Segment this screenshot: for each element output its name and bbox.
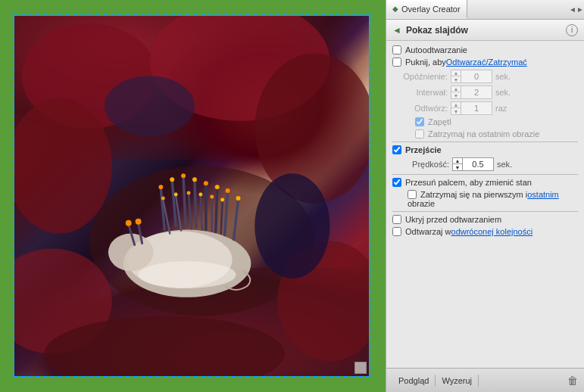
- info-button[interactable]: i: [566, 24, 578, 36]
- nudibranch-illustration: [14, 16, 369, 376]
- interval-spinner[interactable]: ▲ ▼ 2: [451, 86, 492, 99]
- svg-point-34: [186, 191, 190, 195]
- speed-spinner[interactable]: ▲ ▼ 0.5: [452, 157, 494, 171]
- svg-point-9: [255, 173, 329, 278]
- speed-value[interactable]: 0.5: [463, 160, 493, 169]
- svg-point-38: [210, 195, 214, 199]
- svg-point-8: [104, 76, 194, 135]
- stop-on-first-label-highlight: ostatnim: [527, 190, 559, 199]
- tap-to-play-row: Puknij, aby Odtwarzać/Zatrzymać: [392, 58, 578, 67]
- svg-point-26: [225, 188, 230, 193]
- repeat-label: Odtwórz:: [398, 104, 448, 113]
- delay-value[interactable]: 0: [461, 72, 492, 81]
- reverse-play-label-prefix: Odtwarzaj w: [405, 227, 451, 236]
- delay-label: Opóźnienie:: [398, 72, 448, 81]
- delay-increment[interactable]: ▲: [451, 70, 461, 76]
- autoplay-label: Autoodtwarzanie: [405, 45, 467, 54]
- swipe-checkbox[interactable]: [392, 178, 401, 187]
- delay-spinner-arrows[interactable]: ▲ ▼: [451, 70, 461, 82]
- delay-decrement[interactable]: ▼: [451, 76, 461, 82]
- interval-value[interactable]: 2: [461, 88, 492, 97]
- speed-increment[interactable]: ▲: [453, 158, 462, 164]
- main-image: [14, 16, 369, 376]
- svg-line-19: [194, 181, 195, 227]
- speed-label: Prędkość:: [408, 160, 449, 169]
- reset-tab[interactable]: Wyzeruj: [436, 375, 479, 387]
- interval-label: Interwał:: [398, 88, 448, 97]
- interval-decrement[interactable]: ▼: [451, 92, 461, 98]
- repeat-spinner[interactable]: ▲ ▼ 1: [451, 101, 492, 115]
- transition-checkbox[interactable]: [392, 145, 401, 154]
- svg-point-42: [125, 220, 131, 226]
- stop-on-first-label-prefix: Zatrzymaj się na pierwszym i: [420, 190, 527, 199]
- panel-footer: Podgląd Wyzeruj 🗑: [386, 368, 584, 392]
- autoplay-row: Autoodtwarzanie: [392, 45, 578, 54]
- stop-on-last-row: Zatrzymaj na ostatnim obrazie: [392, 129, 578, 138]
- swipe-row: Przesuń palcem, aby zmienić stan: [392, 178, 578, 187]
- panel-header: ◆ Overlay Creator ◄►: [386, 0, 584, 20]
- transition-label: Przejście: [405, 145, 442, 154]
- repeat-spinner-arrows[interactable]: ▲ ▼: [451, 102, 461, 114]
- svg-point-45: [138, 261, 236, 288]
- repeat-increment[interactable]: ▲: [451, 102, 461, 108]
- svg-point-40: [220, 198, 224, 201]
- stop-on-last-checkbox[interactable]: [415, 129, 424, 138]
- reverse-play-row: Odtwarzaj w odwróconej kolejności: [392, 227, 578, 236]
- image-container[interactable]: [13, 14, 370, 378]
- stop-on-last-label: Zatrzymaj na ostatnim obrazie: [428, 129, 539, 138]
- interval-spinner-arrows[interactable]: ▲ ▼: [451, 86, 461, 98]
- overlay-creator-tab[interactable]: ◆ Overlay Creator: [386, 0, 467, 19]
- canvas-area: [0, 0, 383, 392]
- speed-row: Prędkość: ▲ ▼ 0.5 sek.: [392, 157, 578, 171]
- repeat-row: Odtwórz: ▲ ▼ 1 raz: [392, 101, 578, 115]
- svg-point-12: [108, 234, 152, 272]
- svg-point-32: [173, 193, 177, 197]
- hide-during-play-checkbox[interactable]: [392, 215, 401, 224]
- svg-point-28: [236, 196, 240, 201]
- divider-3: [392, 211, 578, 212]
- loop-label: Zapętl: [428, 117, 451, 126]
- info-icon: i: [571, 26, 573, 34]
- overlay-creator-tab-label: Overlay Creator: [401, 5, 461, 14]
- svg-line-23: [215, 188, 217, 232]
- interval-unit: sek.: [495, 88, 511, 97]
- reverse-play-label-highlight: odwróconej kolejności: [451, 227, 533, 236]
- overlay-creator-icon: ◆: [392, 5, 398, 13]
- interval-row: Interwał: ▲ ▼ 2 sek.: [392, 86, 578, 99]
- delay-spinner[interactable]: ▲ ▼ 0: [451, 70, 492, 83]
- trash-button[interactable]: 🗑: [567, 375, 578, 387]
- reverse-play-checkbox[interactable]: [392, 227, 401, 236]
- resize-handle[interactable]: [354, 362, 367, 374]
- speed-spinner-arrows[interactable]: ▲ ▼: [453, 158, 463, 170]
- hide-during-play-label: Ukryj przed odtwarzaniem: [405, 215, 501, 224]
- subheader-title: Pokaz slajdów: [406, 25, 566, 36]
- autoplay-checkbox[interactable]: [392, 45, 401, 54]
- speed-decrement[interactable]: ▼: [453, 164, 462, 170]
- svg-point-18: [181, 173, 186, 178]
- back-button[interactable]: ◄: [392, 25, 401, 36]
- repeat-unit: raz: [495, 104, 507, 113]
- panel-collapse-button[interactable]: ◄►: [570, 3, 582, 15]
- tap-to-play-label-highlight: Odtwarzać/Zatrzymać: [446, 58, 527, 67]
- svg-point-30: [161, 196, 164, 200]
- svg-point-24: [214, 185, 219, 189]
- stop-on-first-checkbox[interactable]: [408, 190, 417, 199]
- divider-2: [392, 174, 578, 175]
- svg-point-20: [192, 177, 196, 182]
- svg-point-36: [198, 193, 202, 197]
- tap-to-play-checkbox[interactable]: [392, 58, 401, 67]
- repeat-value[interactable]: 1: [461, 104, 492, 113]
- speed-unit: sek.: [497, 160, 512, 169]
- swipe-label: Przesuń palcem, aby zmienić stan: [405, 178, 532, 187]
- interval-increment[interactable]: ▲: [451, 86, 461, 92]
- stop-on-first-row: Zatrzymaj się na pierwszym i ostatnim ob…: [392, 190, 578, 208]
- repeat-decrement[interactable]: ▼: [451, 108, 461, 114]
- loop-row: Zapętl: [392, 117, 578, 126]
- loop-checkbox[interactable]: [415, 117, 424, 126]
- panel-content: Autoodtwarzanie Puknij, aby Odtwarzać/Za…: [386, 41, 584, 368]
- panel: ◆ Overlay Creator ◄► ◄ Pokaz slajdów i A…: [386, 0, 584, 392]
- svg-point-16: [170, 177, 174, 182]
- preview-tab[interactable]: Podgląd: [392, 375, 436, 387]
- delay-row: Opóźnienie: ▲ ▼ 0 sek.: [392, 70, 578, 83]
- transition-header: Przejście: [392, 145, 578, 154]
